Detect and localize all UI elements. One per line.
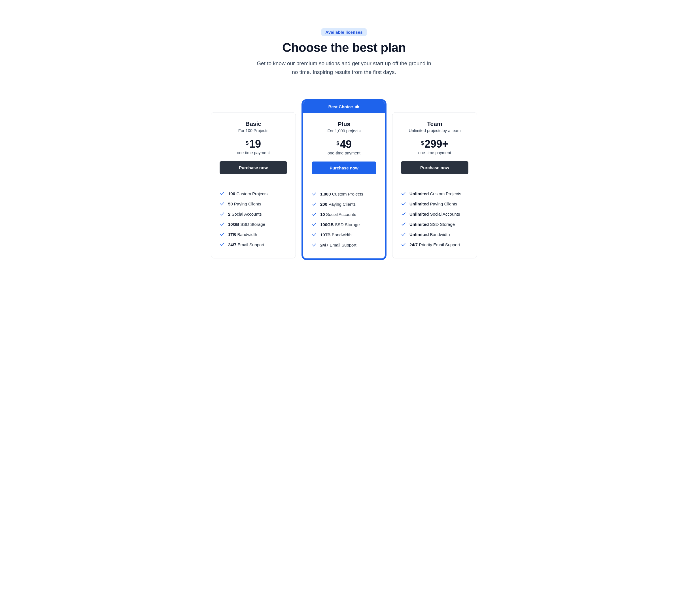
feature-rest: Bandwidth xyxy=(238,232,257,237)
feature-text: 1TB Bandwidth xyxy=(228,232,257,237)
feature-text: 24/7 Email Support xyxy=(320,243,356,247)
check-icon xyxy=(312,212,317,217)
feature-item: Unlimited SSD Storage xyxy=(401,219,468,229)
feature-text: Unlimited Paying Clients xyxy=(409,201,457,206)
plans-row: BasicFor 100 Projects$19one-time payment… xyxy=(183,99,505,260)
plan-price: $19 xyxy=(220,138,287,149)
plan-inner: PlusFor 1,000 projects$49one-time paymen… xyxy=(303,113,385,258)
check-icon xyxy=(312,232,317,237)
plan-head: TeamUnlimited projects by a team$299+one… xyxy=(393,112,477,181)
price-note: one-time payment xyxy=(220,151,287,155)
feature-text: 24/7 Priority Email Support xyxy=(409,242,460,247)
feature-item: 50 Paying Clients xyxy=(220,199,287,209)
feature-bold: 10TB xyxy=(320,232,331,237)
price-value: 19 xyxy=(249,138,261,149)
feature-text: 200 Paying Clients xyxy=(320,202,356,206)
currency-symbol: $ xyxy=(246,138,248,146)
feature-text: 10 Social Accounts xyxy=(320,212,356,217)
currency-symbol: $ xyxy=(336,139,339,147)
plan-name: Team xyxy=(401,120,468,127)
price-value: 299+ xyxy=(424,138,448,149)
plan-card-team: TeamUnlimited projects by a team$299+one… xyxy=(392,112,477,258)
check-icon xyxy=(401,212,406,217)
feature-item: 24/7 Email Support xyxy=(312,240,376,250)
feature-rest: Email Support xyxy=(238,242,264,247)
feature-bold: 24/7 xyxy=(320,243,328,247)
feature-bold: 24/7 xyxy=(228,242,236,247)
feature-bold: Unlimited xyxy=(409,191,429,196)
feature-item: Unlimited Paying Clients xyxy=(401,199,468,209)
plan-subtitle: Unlimited projects by a team xyxy=(401,128,468,133)
check-icon xyxy=(401,201,406,206)
check-icon xyxy=(220,242,225,247)
feature-text: 24/7 Email Support xyxy=(228,242,264,247)
feature-item: 10TB Bandwidth xyxy=(312,229,376,240)
plan-price: $49 xyxy=(312,139,376,150)
plan-head: PlusFor 1,000 projects$49one-time paymen… xyxy=(303,113,385,181)
feature-bold: 100GB xyxy=(320,222,334,227)
purchase-button-basic[interactable]: Purchase now xyxy=(220,161,287,174)
feature-text: Unlimited Custom Projects xyxy=(409,191,461,196)
feature-rest: Bandwidth xyxy=(332,232,352,237)
feature-bold: 2 xyxy=(228,212,230,217)
check-icon xyxy=(312,242,317,247)
feature-text: 50 Paying Clients xyxy=(228,201,261,206)
plan-subtitle: For 100 Projects xyxy=(220,128,287,133)
feature-bold: Unlimited xyxy=(409,212,429,217)
feature-bold: Unlimited xyxy=(409,222,429,227)
feature-rest: Priority Email Support xyxy=(419,242,460,247)
page-title: Choose the best plan xyxy=(242,41,446,55)
feature-item: 100 Custom Projects xyxy=(220,189,287,199)
purchase-button-team[interactable]: Purchase now xyxy=(401,161,468,174)
feature-rest: SSD Storage xyxy=(240,222,265,227)
feature-rest: Email Support xyxy=(330,243,356,247)
feature-rest: Paying Clients xyxy=(234,201,261,206)
check-icon xyxy=(220,232,225,237)
feature-rest: Social Accounts xyxy=(232,212,262,217)
feature-text: 10TB Bandwidth xyxy=(320,232,352,237)
plan-features: Unlimited Custom ProjectsUnlimited Payin… xyxy=(393,181,477,258)
feature-rest: Paying Clients xyxy=(430,201,457,206)
feature-bold: 200 xyxy=(320,202,327,206)
feature-text: Unlimited Social Accounts xyxy=(409,212,460,217)
feature-rest: SSD Storage xyxy=(430,222,455,227)
plan-name: Plus xyxy=(312,121,376,128)
plan-features: 1,000 Custom Projects200 Paying Clients1… xyxy=(303,181,385,258)
feature-item: Unlimited Social Accounts xyxy=(401,209,468,219)
feature-item: Unlimited Custom Projects xyxy=(401,189,468,199)
feature-text: Unlimited SSD Storage xyxy=(409,222,455,227)
feature-item: 100GB SSD Storage xyxy=(312,219,376,229)
price-note: one-time payment xyxy=(312,151,376,155)
feature-rest: Custom Projects xyxy=(332,192,363,196)
feature-bold: Unlimited xyxy=(409,232,429,237)
feature-bold: 24/7 xyxy=(409,242,418,247)
plan-subtitle: For 1,000 projects xyxy=(312,129,376,133)
feature-item: 10GB SSD Storage xyxy=(220,219,287,229)
feature-rest: Custom Projects xyxy=(236,191,267,196)
feature-rest: SSD Storage xyxy=(335,222,360,227)
plan-features: 100 Custom Projects50 Paying Clients2 So… xyxy=(211,181,295,258)
feature-rest: Bandwidth xyxy=(430,232,450,237)
plan-card-basic: BasicFor 100 Projects$19one-time payment… xyxy=(211,112,296,258)
check-icon xyxy=(401,232,406,237)
page-header: Available licenses Choose the best plan … xyxy=(242,28,446,76)
check-icon xyxy=(220,222,225,227)
plan-head: BasicFor 100 Projects$19one-time payment… xyxy=(211,112,295,181)
best-choice-label: Best Choice xyxy=(328,105,353,109)
plan-name: Basic xyxy=(220,120,287,127)
feature-text: Unlimited Bandwidth xyxy=(409,232,450,237)
feature-item: 24/7 Priority Email Support xyxy=(401,239,468,250)
check-icon xyxy=(312,191,317,196)
header-badge: Available licenses xyxy=(321,28,367,36)
feature-item: 200 Paying Clients xyxy=(312,199,376,209)
feature-bold: 100 xyxy=(228,191,235,196)
feature-bold: 1,000 xyxy=(320,192,331,196)
price-value: 49 xyxy=(340,139,352,150)
feature-bold: 50 xyxy=(228,201,233,206)
check-icon xyxy=(401,242,406,247)
feature-bold: Unlimited xyxy=(409,201,429,206)
page-lead: Get to know our premium solutions and ge… xyxy=(253,59,435,77)
purchase-button-plus[interactable]: Purchase now xyxy=(312,161,376,174)
feature-text: 2 Social Accounts xyxy=(228,212,262,217)
feature-bold: 10GB xyxy=(228,222,239,227)
